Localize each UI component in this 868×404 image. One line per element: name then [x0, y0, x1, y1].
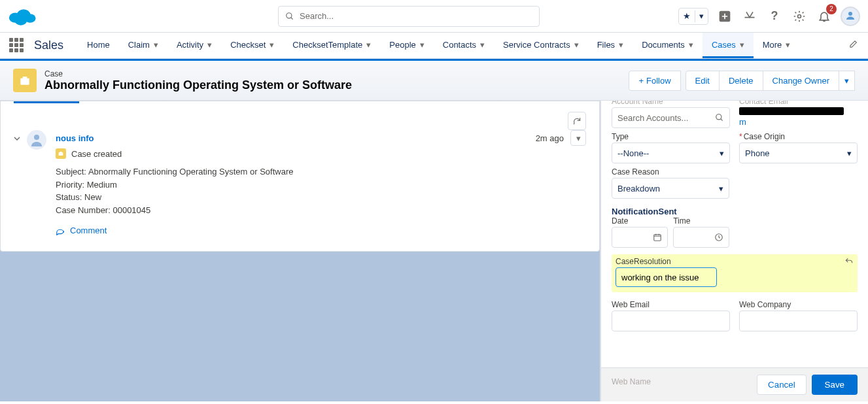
account-label: Account Name — [612, 101, 730, 106]
reason-label: Case Reason — [612, 167, 729, 177]
chevron-down-icon: ▾ — [695, 11, 708, 21]
notification-badge: 2 — [826, 4, 837, 14]
chevron-down-icon: ▾ — [740, 40, 744, 50]
save-button[interactable]: Save — [812, 375, 858, 395]
undo-icon[interactable] — [844, 257, 854, 268]
chevron-down-icon: ▾ — [689, 40, 693, 50]
webcompany-input[interactable] — [739, 311, 858, 331]
svg-rect-11 — [654, 235, 661, 241]
clock-icon — [714, 233, 723, 242]
nav-item-service-contracts[interactable]: Service Contracts▾ — [494, 33, 588, 58]
contact-email-value[interactable]: m — [739, 107, 858, 127]
resolution-label: CaseResolution — [616, 257, 854, 266]
nav-item-contacts[interactable]: Contacts▾ — [434, 33, 494, 58]
chevron-down-icon: ▾ — [420, 40, 425, 50]
record-title: Abnormally Functioning Operating System … — [44, 78, 352, 92]
chevron-down-icon: ▾ — [720, 148, 724, 158]
calendar-icon — [653, 233, 662, 242]
nav-item-people[interactable]: People▾ — [380, 33, 433, 58]
record-header: Case Abnormally Functioning Operating Sy… — [0, 59, 868, 101]
chevron-down-icon: ▾ — [207, 40, 212, 50]
feed-time: 2m ago — [536, 133, 564, 143]
change-owner-button[interactable]: Change Owner — [763, 71, 839, 91]
setup-gear-icon[interactable] — [791, 8, 808, 25]
origin-select[interactable]: Phone▾ — [739, 143, 858, 163]
nav-item-home[interactable]: Home — [78, 33, 119, 58]
record-type: Case — [44, 69, 352, 78]
cancel-button[interactable]: Cancel — [757, 375, 807, 395]
app-launcher-icon[interactable] — [9, 38, 25, 54]
nav-item-more[interactable]: More▾ — [754, 33, 800, 58]
collapse-icon[interactable] — [14, 134, 20, 235]
chevron-down-icon: ▾ — [480, 40, 485, 50]
detail-sidebar: Account Name Search Accounts... Contact … — [600, 101, 868, 401]
webcompany-label: Web Company — [739, 300, 858, 309]
account-lookup[interactable]: Search Accounts... — [612, 107, 730, 128]
account-placeholder: Search Accounts... — [617, 113, 688, 123]
more-actions-button[interactable]: ▾ — [839, 71, 855, 91]
origin-label: *Case Origin — [739, 132, 858, 141]
nav-items: HomeClaim▾Activity▾Checkset▾ChecksetTemp… — [78, 33, 799, 58]
chevron-down-icon: ▾ — [786, 40, 790, 50]
search-placeholder: Search... — [300, 11, 334, 21]
svg-line-5 — [291, 17, 293, 19]
form-footer: Web Name Cancel Save — [601, 367, 868, 401]
delete-button[interactable]: Delete — [719, 71, 763, 91]
nav-item-documents[interactable]: Documents▾ — [633, 33, 703, 58]
chevron-down-icon: ▾ — [719, 184, 723, 194]
nav-item-cases[interactable]: Cases▾ — [703, 33, 754, 58]
webemail-label: Web Email — [612, 300, 730, 309]
app-name: Sales — [34, 39, 63, 52]
search-icon — [715, 113, 724, 122]
search-icon — [285, 12, 294, 21]
webname-label: Web Name — [612, 377, 651, 386]
feed-event: Case created — [71, 149, 122, 159]
svg-line-10 — [721, 119, 723, 121]
feed-menu-button[interactable]: ▾ — [570, 130, 586, 146]
chevron-down-icon: ▾ — [619, 40, 623, 50]
feed-card: nous info 2m ago ▾ Case created Subject:… — [0, 101, 600, 252]
comment-button[interactable]: Comment — [56, 226, 586, 235]
resolution-field-highlight: CaseResolution — [612, 254, 858, 292]
svg-point-9 — [716, 114, 721, 120]
nav-item-claim[interactable]: Claim▾ — [119, 33, 167, 58]
notifications-icon[interactable]: 2 — [816, 8, 833, 25]
nav-item-checksettemplate[interactable]: ChecksetTemplate▾ — [283, 33, 380, 58]
salesforce-logo — [8, 7, 37, 26]
svg-point-7 — [798, 14, 801, 18]
feed-user[interactable]: nous info — [56, 133, 94, 143]
comment-label: Comment — [70, 226, 107, 235]
feed-avatar — [27, 130, 46, 150]
nav-item-files[interactable]: Files▾ — [588, 33, 633, 58]
webemail-input[interactable] — [612, 311, 730, 331]
nav-item-activity[interactable]: Activity▾ — [167, 33, 221, 58]
follow-button[interactable]: +Follow — [629, 71, 680, 91]
star-icon: ★ — [679, 11, 695, 21]
reason-select[interactable]: Breakdown▾ — [612, 178, 729, 199]
global-header: Search... ★▾ ? 2 — [0, 0, 868, 33]
notification-label: NotificationSent — [612, 207, 858, 216]
type-label: Type — [612, 132, 730, 141]
edit-nav-icon[interactable] — [848, 40, 858, 51]
favorites-button[interactable]: ★▾ — [678, 8, 708, 25]
case-icon — [13, 69, 37, 92]
time-label: Time — [673, 216, 729, 226]
refresh-button[interactable] — [568, 112, 586, 130]
date-input[interactable] — [612, 227, 668, 248]
user-avatar[interactable] — [841, 7, 860, 26]
nav-bar: Sales HomeClaim▾Activity▾Checkset▾Checks… — [0, 33, 868, 59]
global-search[interactable]: Search... — [278, 6, 540, 27]
chevron-down-icon: ▾ — [154, 40, 158, 50]
date-label: Date — [612, 216, 668, 226]
resolution-input[interactable] — [616, 267, 717, 287]
nav-item-checkset[interactable]: Checkset▾ — [221, 33, 283, 58]
help-icon[interactable]: ? — [766, 8, 783, 25]
comment-icon — [56, 226, 65, 235]
time-input[interactable] — [673, 227, 729, 248]
svg-point-8 — [34, 135, 39, 140]
edit-button[interactable]: Edit — [686, 71, 720, 91]
type-select[interactable]: --None--▾ — [612, 143, 730, 163]
salesforce-help-icon[interactable] — [741, 8, 758, 25]
chevron-down-icon: ▾ — [366, 40, 371, 50]
add-icon[interactable] — [716, 8, 733, 25]
